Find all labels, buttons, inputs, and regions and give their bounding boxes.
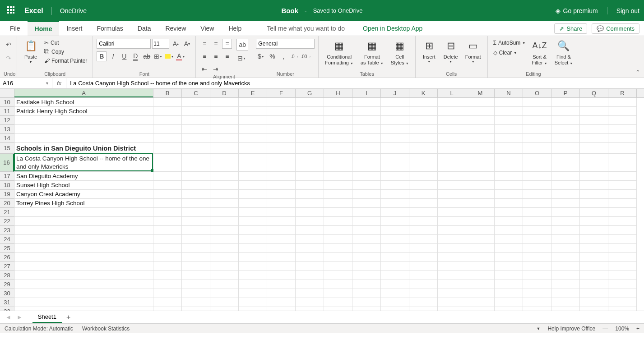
open-desktop-button[interactable]: Open in Desktop App — [363, 25, 422, 32]
format-cells-button[interactable]: ▭Format▼ — [463, 38, 484, 65]
cell-G30[interactable] — [296, 289, 324, 298]
italic-button[interactable]: I — [108, 51, 118, 61]
row-header-23[interactable]: 23 — [0, 226, 14, 235]
cell-K14[interactable] — [409, 134, 438, 143]
cell-G29[interactable] — [296, 280, 324, 289]
cell-N20[interactable] — [495, 199, 523, 208]
cell-B15[interactable] — [153, 143, 182, 154]
cell-I10[interactable] — [352, 98, 381, 107]
cell-H13[interactable] — [324, 125, 352, 134]
cell-B20[interactable] — [153, 199, 182, 208]
cell-G24[interactable] — [296, 235, 324, 244]
cell-Q15[interactable] — [580, 143, 608, 154]
align-middle-button[interactable]: ≡ — [211, 39, 221, 49]
cell-J10[interactable] — [381, 98, 409, 107]
cell-M19[interactable] — [466, 190, 495, 199]
row-header-18[interactable]: 18 — [0, 181, 14, 190]
cell-K28[interactable] — [409, 271, 438, 280]
cell-D18[interactable] — [210, 181, 239, 190]
cell-L21[interactable] — [438, 208, 466, 217]
cell-H17[interactable] — [324, 172, 352, 181]
cell-P20[interactable] — [551, 199, 580, 208]
cell-A23[interactable] — [14, 226, 153, 235]
cell-F16[interactable] — [267, 154, 296, 172]
cell-I13[interactable] — [352, 125, 381, 134]
cell-C24[interactable] — [182, 235, 210, 244]
cell-R32[interactable] — [608, 307, 637, 311]
cell-R31[interactable] — [608, 298, 637, 307]
cell-J17[interactable] — [381, 172, 409, 181]
comma-button[interactable]: , — [278, 51, 288, 61]
cell-O19[interactable] — [523, 190, 551, 199]
redo-button[interactable]: ↷ — [4, 53, 14, 63]
grow-font-button[interactable]: A▴ — [171, 39, 181, 49]
cell-R13[interactable] — [608, 125, 637, 134]
cell-O25[interactable] — [523, 244, 551, 253]
cell-A19[interactable]: Canyon Crest Academy — [14, 190, 153, 199]
cell-L12[interactable] — [438, 116, 466, 125]
cell-G19[interactable] — [296, 190, 324, 199]
cell-L31[interactable] — [438, 298, 466, 307]
cell-F30[interactable] — [267, 289, 296, 298]
cell-B19[interactable] — [153, 190, 182, 199]
column-header-O[interactable]: O — [523, 89, 551, 97]
cell-G20[interactable] — [296, 199, 324, 208]
cell-R16[interactable] — [608, 154, 637, 172]
insert-cells-button[interactable]: ⊞Insert▼ — [419, 38, 439, 65]
cell-M23[interactable] — [466, 226, 495, 235]
cell-F18[interactable] — [267, 181, 296, 190]
cell-O28[interactable] — [523, 271, 551, 280]
row-header-31[interactable]: 31 — [0, 298, 14, 307]
share-button[interactable]: ⇗Share — [554, 23, 587, 34]
delete-cells-button[interactable]: ⊟Delete▼ — [441, 38, 461, 65]
cell-J15[interactable] — [381, 143, 409, 154]
align-top-button[interactable]: ≡ — [199, 39, 209, 49]
cell-O24[interactable] — [523, 235, 551, 244]
cell-P27[interactable] — [551, 262, 580, 271]
cell-D19[interactable] — [210, 190, 239, 199]
cell-D13[interactable] — [210, 125, 239, 134]
cell-G23[interactable] — [296, 226, 324, 235]
cell-L10[interactable] — [438, 98, 466, 107]
row-header-14[interactable]: 14 — [0, 134, 14, 143]
zoom-out-button[interactable]: — — [602, 326, 608, 332]
add-sheet-button[interactable]: + — [62, 313, 75, 321]
cell-Q30[interactable] — [580, 289, 608, 298]
cell-C28[interactable] — [182, 271, 210, 280]
cell-N26[interactable] — [495, 253, 523, 262]
cell-F27[interactable] — [267, 262, 296, 271]
cell-F12[interactable] — [267, 116, 296, 125]
undo-button[interactable]: ↶ — [4, 40, 14, 50]
cell-Q25[interactable] — [580, 244, 608, 253]
cell-F19[interactable] — [267, 190, 296, 199]
cell-N18[interactable] — [495, 181, 523, 190]
cell-R26[interactable] — [608, 253, 637, 262]
cell-L32[interactable] — [438, 307, 466, 311]
cell-F10[interactable] — [267, 98, 296, 107]
cell-N23[interactable] — [495, 226, 523, 235]
borders-button[interactable]: ⊞▼ — [153, 51, 163, 61]
column-header-J[interactable]: J — [381, 89, 409, 97]
cell-K19[interactable] — [409, 190, 438, 199]
row-header-27[interactable]: 27 — [0, 262, 14, 271]
cell-Q13[interactable] — [580, 125, 608, 134]
cell-E14[interactable] — [239, 134, 267, 143]
cell-J30[interactable] — [381, 289, 409, 298]
cell-H21[interactable] — [324, 208, 352, 217]
cell-M32[interactable] — [466, 307, 495, 311]
increase-decimal-button[interactable]: .0→ — [290, 51, 300, 61]
cell-K32[interactable] — [409, 307, 438, 311]
cell-N31[interactable] — [495, 298, 523, 307]
name-box[interactable]: A16▼ — [0, 78, 52, 88]
cell-D17[interactable] — [210, 172, 239, 181]
cell-N21[interactable] — [495, 208, 523, 217]
cell-O26[interactable] — [523, 253, 551, 262]
zoom-in-button[interactable]: + — [636, 326, 639, 332]
cell-K24[interactable] — [409, 235, 438, 244]
storage-location[interactable]: OneDrive — [52, 7, 87, 14]
cell-Q17[interactable] — [580, 172, 608, 181]
cell-K11[interactable] — [409, 107, 438, 116]
row-header-29[interactable]: 29 — [0, 280, 14, 289]
column-header-K[interactable]: K — [409, 89, 438, 97]
cell-F24[interactable] — [267, 235, 296, 244]
